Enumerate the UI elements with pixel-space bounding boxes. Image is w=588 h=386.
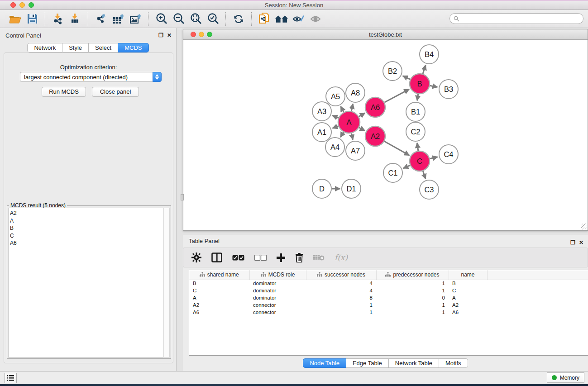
close-panel-button[interactable]: Close panel: [92, 87, 139, 97]
graph-node-A1[interactable]: A1: [312, 123, 331, 142]
list-item[interactable]: A2: [10, 210, 163, 217]
network-graph-svg[interactable]: B4B2BB3A8A5A6A3B1AC2A1A2A4A7C4CC1C3DD1: [183, 40, 588, 230]
graph-node-B4[interactable]: B4: [420, 45, 439, 64]
window-resize-grip[interactable]: [581, 224, 587, 229]
table-cell[interactable]: A2: [189, 301, 249, 309]
graph-node-A3[interactable]: A3: [312, 102, 331, 121]
export-image-icon[interactable]: [129, 12, 142, 26]
run-mcds-button[interactable]: Run MCDS: [42, 87, 86, 97]
column-header-name[interactable]: name: [449, 270, 487, 280]
graph-node-C1[interactable]: C1: [383, 163, 402, 182]
graph-node-A8[interactable]: A8: [346, 83, 365, 102]
graph-edge[interactable]: [430, 157, 437, 159]
column-visibility-icon[interactable]: [211, 253, 222, 262]
import-network-icon[interactable]: [51, 12, 65, 26]
tab-motifs[interactable]: Motifs: [439, 358, 468, 368]
save-session-icon[interactable]: [25, 12, 39, 26]
table-cell[interactable]: 4: [306, 280, 376, 287]
graph-node-B1[interactable]: B1: [406, 102, 425, 121]
network-window-titlebar[interactable]: testGlobe.txt: [183, 29, 588, 40]
table-cell[interactable]: C: [449, 287, 487, 294]
memory-button[interactable]: Memory: [547, 372, 584, 383]
graph-edge[interactable]: [417, 143, 418, 151]
delete-columns-icon[interactable]: [295, 253, 303, 262]
graph-edge[interactable]: [384, 141, 409, 155]
home-icon[interactable]: [275, 12, 288, 26]
import-table-icon[interactable]: [68, 12, 82, 26]
close-panel-icon[interactable]: ✕: [167, 32, 172, 38]
graph-edge[interactable]: [359, 113, 365, 117]
refresh-view-icon[interactable]: [232, 12, 245, 26]
table-cell[interactable]: 1: [376, 280, 449, 287]
log-console-button[interactable]: [5, 373, 17, 383]
tab-edge-table[interactable]: Edge Table: [346, 358, 389, 368]
table-cell[interactable]: A: [189, 294, 249, 301]
table-row[interactable]: A2connector11A2: [189, 301, 588, 309]
graph-edge[interactable]: [403, 76, 411, 80]
tab-network-table[interactable]: Network Table: [389, 358, 439, 368]
tab-network[interactable]: Network: [27, 43, 62, 52]
select-all-checkboxes-icon[interactable]: [232, 255, 244, 261]
table-cell[interactable]: 1: [306, 309, 376, 316]
column-header-mcds-role[interactable]: MCDS role: [249, 270, 306, 280]
network-canvas[interactable]: B4B2BB3A8A5A6A3B1AC2A1A2A4A7C4CC1C3DD1: [183, 40, 588, 230]
hide-graphics-details-icon[interactable]: [309, 12, 323, 26]
mcds-result-list[interactable]: A2 A B C A6: [8, 208, 163, 357]
result-scrollbar[interactable]: [163, 208, 170, 357]
graph-node-B[interactable]: B: [410, 74, 430, 94]
criterion-dropdown[interactable]: largest connected component (directed): [20, 72, 162, 82]
float-table-panel-icon[interactable]: ❐: [570, 239, 575, 246]
tab-mcds[interactable]: MCDS: [118, 43, 148, 52]
graph-node-C2[interactable]: C2: [406, 122, 425, 141]
graph-edge[interactable]: [423, 65, 425, 74]
graph-node-A4[interactable]: A4: [325, 138, 344, 157]
table-cell[interactable]: dominator: [249, 287, 306, 294]
tab-node-table[interactable]: Node Table: [303, 358, 346, 368]
table-cell[interactable]: C: [189, 287, 249, 294]
function-builder-icon[interactable]: f(x): [335, 253, 348, 262]
export-table-icon[interactable]: [111, 12, 125, 26]
table-row[interactable]: Cdominator41C: [189, 287, 588, 294]
export-network-icon[interactable]: [94, 12, 108, 26]
graph-edge[interactable]: [351, 104, 353, 111]
table-cell[interactable]: connector: [249, 309, 306, 316]
graph-node-A2[interactable]: A2: [365, 126, 385, 146]
graph-node-A7[interactable]: A7: [346, 141, 365, 160]
table-cell[interactable]: B: [189, 280, 249, 287]
tab-select[interactable]: Select: [89, 43, 118, 52]
table-row[interactable]: Bdominator41B: [189, 280, 588, 287]
create-column-icon[interactable]: [277, 253, 285, 262]
table-cell[interactable]: B: [449, 280, 487, 287]
graph-edge[interactable]: [332, 115, 339, 118]
list-item[interactable]: A6: [10, 239, 163, 247]
list-item[interactable]: B: [10, 224, 163, 232]
graph-edge[interactable]: [341, 106, 344, 112]
column-header-shared-name[interactable]: shared name: [189, 270, 249, 280]
graph-node-A5[interactable]: A5: [326, 87, 345, 106]
zoom-in-icon[interactable]: [154, 12, 168, 26]
column-header-predecessor-nodes[interactable]: predecessor nodes: [376, 270, 449, 280]
table-cell[interactable]: connector: [249, 301, 306, 309]
table-cell[interactable]: A: [449, 294, 487, 301]
graph-edge[interactable]: [423, 171, 425, 179]
graph-node-B3[interactable]: B3: [439, 80, 458, 99]
graph-node-D1[interactable]: D1: [342, 179, 361, 198]
search-box[interactable]: [449, 13, 583, 24]
column-header-successor-nodes[interactable]: successor nodes: [306, 270, 376, 280]
graph-node-B2[interactable]: B2: [383, 62, 402, 81]
table-cell[interactable]: 4: [306, 287, 376, 294]
graph-edge[interactable]: [403, 165, 410, 168]
graph-node-C3[interactable]: C3: [420, 180, 439, 199]
table-cell[interactable]: 8: [306, 294, 376, 301]
table-cell[interactable]: 1: [306, 301, 376, 309]
close-table-panel-icon[interactable]: ✕: [579, 239, 583, 246]
float-panel-icon[interactable]: ❐: [158, 32, 163, 38]
show-graphics-details-icon[interactable]: [292, 12, 306, 26]
table-cell[interactable]: A2: [449, 301, 487, 309]
deselect-all-checkboxes-icon[interactable]: [254, 255, 267, 261]
table-settings-icon[interactable]: [191, 253, 201, 262]
graph-node-A[interactable]: A: [338, 111, 360, 133]
graph-edge[interactable]: [384, 89, 409, 102]
cybrowser-icon[interactable]: [258, 12, 271, 26]
search-input[interactable]: [459, 15, 583, 22]
